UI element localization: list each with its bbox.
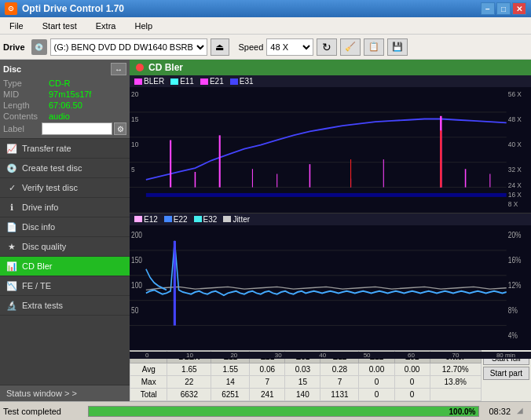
sidebar-item-create-test-disc[interactable]: 💿 Create test disc — [0, 159, 130, 178]
bottom-chart-x-axis: 01020304050607080 min — [130, 352, 531, 359]
disc-mid-row: MID 97m15s17f — [3, 89, 126, 99]
start-part-button[interactable]: Start part — [483, 367, 529, 380]
menubar: File Start test Extra Help — [0, 17, 531, 35]
svg-text:12%: 12% — [508, 279, 522, 289]
disc-section-title: Disc — [3, 64, 21, 74]
stats-total-bler: 6632 — [167, 389, 211, 401]
menu-help[interactable]: Help — [128, 20, 159, 32]
svg-text:40 X: 40 X — [508, 140, 522, 148]
drive-icon: 💿 — [31, 39, 47, 55]
svg-text:32 X: 32 X — [508, 165, 522, 173]
disc-label-key: Label — [3, 124, 42, 133]
disc-quality-icon: ★ — [6, 241, 17, 252]
disc-contents-key: Contents — [3, 111, 49, 121]
top-chart-svg: 20 15 10 5 56 X 48 X 40 X 32 X 24 X 16 X… — [130, 87, 531, 213]
svg-text:50: 50 — [131, 305, 138, 314]
resize-icon: ◢ — [517, 406, 528, 417]
svg-text:8 X: 8 X — [508, 200, 518, 209]
disc-label-input[interactable] — [42, 122, 112, 135]
stats-avg-e31: 0.03 — [285, 363, 320, 376]
sidebar-item-cd-bler[interactable]: 📊 CD Bler — [0, 257, 130, 276]
sidebar-label-cd-bler: CD Bler — [22, 261, 53, 271]
stats-total-jitter — [430, 389, 481, 401]
copy-button[interactable]: 📋 — [364, 38, 384, 56]
right-panel: CD Bler BLER E11 E21 — [130, 60, 531, 401]
progress-percent: 100.0% — [449, 407, 476, 417]
disc-length-value: 67:06.50 — [49, 100, 82, 110]
bottom-chart-legend: E12 E22 E32 Jitter — [130, 214, 531, 225]
disc-label-row: Label ⚙ — [3, 122, 126, 135]
status-window-label: Status window > > — [6, 389, 77, 398]
stats-avg-e12: 0.28 — [320, 363, 359, 376]
verify-test-disc-icon: ✓ — [6, 182, 17, 193]
legend-e22-color — [164, 216, 172, 222]
sidebar-item-verify-test-disc[interactable]: ✓ Verify test disc — [0, 178, 130, 198]
stats-avg-e11: 1.55 — [211, 363, 250, 376]
save-button[interactable]: 💾 — [387, 38, 408, 56]
svg-text:200: 200 — [131, 229, 142, 239]
progress-bar-container: 100.0% — [88, 406, 479, 417]
stats-avg-label: Avg — [130, 363, 167, 376]
progress-bar — [89, 407, 478, 416]
stats-avg-jitter: 12.70% — [430, 363, 481, 376]
app-title: Opti Drive Control 1.70 — [22, 3, 124, 14]
stats-max-label: Max — [130, 376, 167, 389]
menu-file[interactable]: File — [3, 20, 30, 32]
status-text: Test completed — [3, 407, 82, 416]
close-button[interactable]: ✕ — [512, 2, 526, 15]
stats-avg-e32: 0.00 — [394, 363, 430, 376]
eject-button[interactable]: ⏏ — [211, 38, 229, 56]
stats-total-e31: 140 — [285, 389, 320, 401]
stats-max-e22: 0 — [359, 376, 394, 389]
left-panel: Disc ↔ Type CD-R MID 97m15s17f Length 67… — [0, 60, 130, 401]
sidebar-item-disc-info[interactable]: 📄 Disc info — [0, 217, 130, 237]
stats-total-e11: 6251 — [211, 389, 250, 401]
legend-e22: E22 — [164, 215, 188, 224]
disc-type-key: Type — [3, 79, 49, 88]
legend-e21-color — [200, 79, 208, 85]
menu-extra[interactable]: Extra — [90, 20, 123, 32]
refresh-button[interactable]: ↻ — [317, 38, 337, 56]
charts-area: BLER E11 E21 E31 — [130, 75, 531, 350]
disc-mid-key: MID — [3, 89, 49, 99]
status-window-button[interactable]: Status window > > — [0, 385, 130, 401]
disc-type-value: CD-R — [49, 79, 71, 88]
sidebar-item-disc-quality[interactable]: ★ Disc quality — [0, 237, 130, 257]
titlebar-controls: − □ ✕ — [481, 2, 526, 15]
svg-text:100: 100 — [131, 279, 142, 289]
legend-e21: E21 — [200, 77, 224, 86]
sidebar-item-drive-info[interactable]: ℹ Drive info — [0, 198, 130, 217]
create-test-disc-icon: 💿 — [6, 163, 17, 173]
sidebar-label-disc-info: Disc info — [22, 222, 55, 232]
sidebar-label-fe-te: FE / TE — [22, 281, 51, 290]
disc-length-key: Length — [3, 100, 49, 110]
menu-start-test[interactable]: Start test — [36, 20, 83, 32]
disc-section: Disc ↔ Type CD-R MID 97m15s17f Length 67… — [0, 60, 130, 139]
legend-bler: BLER — [134, 77, 164, 86]
top-chart-area: 20 15 10 5 56 X 48 X 40 X 32 X 24 X 16 X… — [130, 87, 531, 213]
stats-max-bler: 22 — [167, 376, 211, 389]
legend-e31-color — [230, 79, 238, 85]
svg-text:15: 15 — [131, 115, 138, 124]
sidebar-item-transfer-rate[interactable]: 📈 Transfer rate — [0, 139, 130, 159]
sidebar-label-transfer-rate: Transfer rate — [22, 144, 71, 153]
transfer-rate-icon: 📈 — [6, 143, 17, 154]
drive-select[interactable]: (G:) BENQ DVD DD DW1640 BSRB — [50, 38, 207, 56]
main-layout: Disc ↔ Type CD-R MID 97m15s17f Length 67… — [0, 60, 531, 401]
sidebar-item-extra-tests[interactable]: 🔬 Extra tests — [0, 296, 130, 316]
svg-text:24 X: 24 X — [508, 181, 522, 189]
stats-avg-row: Avg 1.65 1.55 0.06 0.03 0.28 0.00 0.00 1… — [130, 363, 482, 376]
speed-select[interactable]: 48 X — [266, 38, 313, 56]
stats-total-e12: 1131 — [320, 389, 359, 401]
maximize-button[interactable]: □ — [496, 2, 511, 15]
svg-text:56 X: 56 X — [508, 90, 522, 99]
disc-gear-button[interactable]: ⚙ — [114, 122, 126, 135]
extra-tests-icon: 🔬 — [6, 300, 17, 311]
disc-nav-button[interactable]: ↔ — [111, 63, 126, 75]
clear-button[interactable]: 🧹 — [340, 38, 361, 56]
stats-max-jitter: 13.8% — [430, 376, 481, 389]
sidebar-label-drive-info: Drive info — [22, 203, 58, 212]
legend-bler-color — [134, 79, 142, 85]
sidebar-item-fe-te[interactable]: 📉 FE / TE — [0, 276, 130, 296]
minimize-button[interactable]: − — [481, 2, 495, 15]
